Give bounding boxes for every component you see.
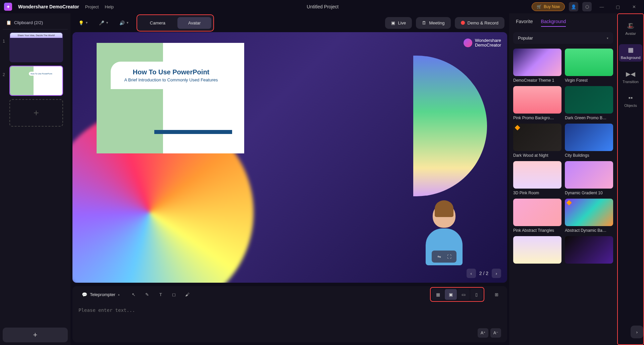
slide-item[interactable]: 1 Share Your Idea, Dazzle The World! <box>3 32 68 62</box>
side-tab-transition[interactable]: ▶◀ Transition <box>619 68 642 86</box>
avatar-tab[interactable]: Avatar <box>177 17 211 29</box>
background-icon: ▦ <box>628 46 634 54</box>
cursor-tool[interactable]: ↖ <box>128 288 140 300</box>
avatar-fullscreen-icon[interactable]: ⛶ <box>445 253 453 261</box>
close-button[interactable]: ✕ <box>628 2 640 11</box>
background-item[interactable]: Virgin Forest <box>565 49 613 83</box>
canvas-area[interactable]: How To Use PowerPoint A Brief Introducti… <box>72 32 507 283</box>
side-tab-background[interactable]: ▦ Background <box>619 44 642 62</box>
brush-tool[interactable]: 🖌 <box>181 288 194 300</box>
objects-icon: ▪▪ <box>629 94 633 101</box>
slide-title: How To Use PowerPoint <box>117 68 225 76</box>
avatar-figure[interactable]: ⇋ ⛶ <box>424 204 464 271</box>
add-button[interactable]: + <box>3 328 68 342</box>
view-mode-1[interactable]: ▦ <box>432 289 444 300</box>
layout-grid-button[interactable]: ⊞ <box>490 288 502 300</box>
slide-thumbnail-active[interactable]: How To Use PowerPoint <box>9 66 63 96</box>
speaker-icon: 🔊 <box>119 20 125 25</box>
font-increase-button[interactable]: A⁺ <box>478 328 488 338</box>
far-right-tabs: 🎩 Avatar ▦ Background ▶◀ Transition ▪▪ O… <box>617 13 644 345</box>
lightbulb-dropdown[interactable]: 💡▼ <box>75 18 92 28</box>
background-label: Dark Wood at Night <box>513 153 561 158</box>
background-item[interactable]: 🔶Abstract Dynamic Ba… <box>565 199 613 233</box>
shape-tool[interactable]: ◻ <box>168 288 180 300</box>
side-tab-avatar[interactable]: 🎩 Avatar <box>619 20 642 38</box>
demo-record-button[interactable]: Demo & Record <box>455 17 504 29</box>
next-page-button[interactable]: › <box>492 269 501 278</box>
background-thumbnail <box>513 199 561 226</box>
background-thumbnail <box>513 161 561 189</box>
add-slide-button[interactable]: + <box>9 99 63 127</box>
view-mode-3[interactable]: ▭ <box>458 289 470 300</box>
view-mode-4[interactable]: ▯ <box>470 289 482 300</box>
background-item[interactable]: 🔶Dark Wood at Night <box>513 124 561 158</box>
side-tab-objects[interactable]: ▪▪ Objects <box>619 92 642 110</box>
gradient-shape <box>413 56 487 196</box>
background-item[interactable]: DemoCreator Theme 1 <box>513 49 561 83</box>
text-tool[interactable]: T <box>155 288 167 300</box>
buy-now-button[interactable]: 🛒 Buy Now <box>532 2 565 11</box>
prev-page-button[interactable]: ‹ <box>467 269 476 278</box>
right-panel: Favorite Background Popular ▾ DemoCreato… <box>509 13 617 345</box>
maximize-button[interactable]: ▢ <box>612 2 624 11</box>
tab-background[interactable]: Background <box>541 19 566 27</box>
tab-favorite[interactable]: Favorite <box>516 19 533 27</box>
center-panel: 💡▼ 🎤▼ 🔊▼ Camera Avatar ▣Live 🗓Meeting De… <box>70 13 509 345</box>
background-item[interactable]: City Buildings <box>565 124 613 158</box>
background-item[interactable] <box>513 236 561 266</box>
slide-item[interactable]: 2 How To Use PowerPoint <box>3 66 68 96</box>
chevron-down-icon: ▾ <box>607 37 608 40</box>
font-decrease-button[interactable]: A⁻ <box>490 328 501 338</box>
background-label: Dynamic Gradient 10 <box>565 191 613 195</box>
teleprompter-input[interactable] <box>78 307 474 338</box>
background-thumbnail <box>565 124 613 151</box>
page-counter: 2 / 2 <box>479 271 488 276</box>
top-toolbar: 💡▼ 🎤▼ 🔊▼ Camera Avatar ▣Live 🗓Meeting De… <box>72 13 507 32</box>
camera-avatar-segment: Camera Avatar <box>137 14 214 31</box>
camera-tab[interactable]: Camera <box>139 17 176 29</box>
user-icon[interactable]: 👤 <box>569 2 578 11</box>
speaker-dropdown[interactable]: 🔊▼ <box>116 18 132 28</box>
clipboard-label: Clipboard (2/2) <box>14 20 43 25</box>
meeting-button[interactable]: 🗓Meeting <box>416 17 450 29</box>
teleprompter-text-area: A⁺ A⁻ <box>72 303 507 342</box>
background-item[interactable] <box>565 236 613 266</box>
clipboard-header[interactable]: 📋 Clipboard (2/2) <box>3 16 68 29</box>
record-icon <box>461 21 465 25</box>
menu-project[interactable]: Project <box>85 4 99 9</box>
package-icon[interactable]: ⬡ <box>582 2 592 11</box>
background-label: Pink Promo Backgro… <box>513 116 561 120</box>
avatar-icon: 🎩 <box>627 22 634 29</box>
background-item[interactable]: Dynamic Gradient 10 <box>565 161 613 195</box>
clipboard-icon: 📋 <box>6 20 11 25</box>
slide-preview[interactable]: How To Use PowerPoint A Brief Introducti… <box>97 43 244 153</box>
pen-tool[interactable]: ✎ <box>141 288 153 300</box>
background-item[interactable]: Dark Green Promo B… <box>565 86 613 120</box>
live-button[interactable]: ▣Live <box>385 17 412 29</box>
menu-help[interactable]: Help <box>105 4 114 9</box>
teleprompter-button[interactable]: 💬 Teleprompter ▴ <box>77 289 124 300</box>
app-name: Wondershare DemoCreator <box>18 4 79 9</box>
background-item[interactable]: 3D Pink Room <box>513 161 561 195</box>
background-label: Pink Abstract Triangles <box>513 228 561 233</box>
minimize-button[interactable]: — <box>596 2 608 11</box>
background-thumbnail: 🔶 <box>513 124 561 151</box>
app-logo-icon: ✦ <box>4 3 12 11</box>
slide-thumbnail[interactable]: Share Your Idea, Dazzle The World! <box>9 32 63 62</box>
background-thumbnail <box>513 86 561 114</box>
category-dropdown[interactable]: Popular ▾ <box>513 32 613 44</box>
background-item[interactable]: Pink Abstract Triangles <box>513 199 561 233</box>
background-item[interactable]: Pink Promo Backgro… <box>513 86 561 120</box>
mic-icon: 🎤 <box>99 20 104 25</box>
view-mode-2[interactable]: ▣ <box>445 289 457 300</box>
bottom-toolbar: 💬 Teleprompter ▴ ↖ ✎ T ◻ 🖌 ▦ ▣ ▭ ▯ ⊞ <box>72 286 507 303</box>
avatar-flip-icon[interactable]: ⇋ <box>435 253 443 261</box>
background-thumbnail: 🔶 <box>565 199 613 226</box>
mic-dropdown[interactable]: 🎤▼ <box>96 18 112 28</box>
help-button[interactable]: › <box>631 326 643 338</box>
vip-badge-icon: 🔶 <box>566 200 572 205</box>
cart-icon: 🛒 <box>537 4 542 9</box>
watermark-logo-icon <box>464 39 472 47</box>
page-nav: ‹ 2 / 2 › <box>467 269 501 278</box>
background-label: Abstract Dynamic Ba… <box>565 228 613 233</box>
